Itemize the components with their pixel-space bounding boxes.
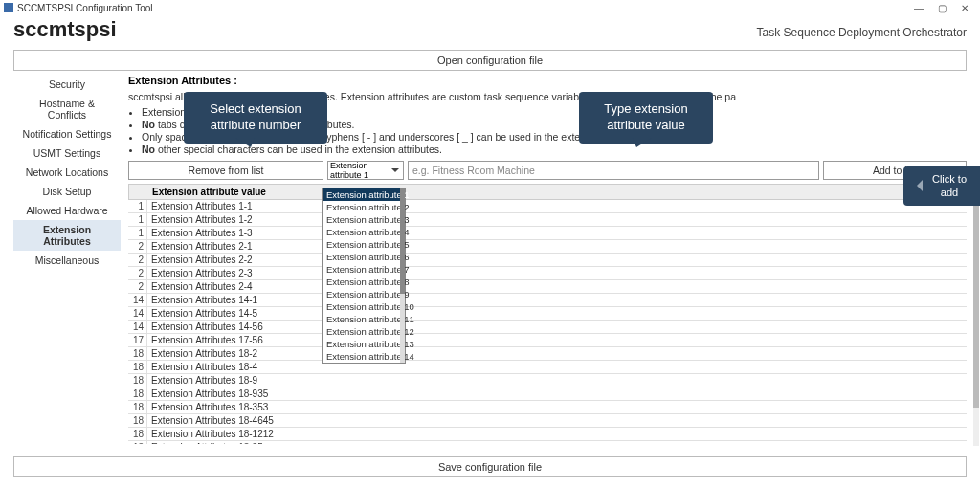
table-row[interactable]: 1Extension Attributes 1-3 xyxy=(128,227,967,240)
table-row[interactable]: 1Extension Attributes 1-2 xyxy=(128,213,967,227)
app-subtitle: Task Sequence Deployment Orchestrator xyxy=(757,26,967,39)
table-row[interactable]: 14Extension Attributes 14-1 xyxy=(128,294,967,307)
dropdown-scrollbar[interactable] xyxy=(400,188,405,363)
titlebar: SCCMTSPSI Configuration Tool — ▢ ✕ xyxy=(0,0,980,15)
dropdown-item[interactable]: Extension attribute 8 xyxy=(323,276,405,288)
sidebar-item[interactable]: Notification Settings xyxy=(13,124,121,144)
open-config-button[interactable]: Open configuration file xyxy=(13,50,967,71)
sidebar: SecurityHostname & ConflictsNotification… xyxy=(13,75,121,444)
dropdown-item[interactable]: Extension attribute 11 xyxy=(323,313,405,325)
sidebar-item[interactable]: Network Locations xyxy=(13,163,121,182)
scrollbar-thumb[interactable] xyxy=(973,188,979,408)
table-row[interactable]: 18Extension Attributes 18-1212 xyxy=(128,428,967,441)
table-row[interactable]: 18Extension Attributes 18-4645 xyxy=(128,414,967,428)
callout-select: Select extension attribute number xyxy=(184,92,327,144)
sidebar-item[interactable]: Disk Setup xyxy=(13,182,121,201)
table-row[interactable]: 17Extension Attributes 17-56 xyxy=(128,334,967,347)
callout-type: Type extension attribute value xyxy=(579,92,713,144)
minimize-button[interactable]: — xyxy=(907,3,930,13)
dropdown-item[interactable]: Extension attribute 10 xyxy=(323,300,405,313)
sidebar-item[interactable]: Security xyxy=(13,75,121,94)
window-title: SCCMTSPSI Configuration Tool xyxy=(17,3,153,13)
table-row[interactable]: 2Extension Attributes 2-4 xyxy=(128,280,967,294)
col-header-num xyxy=(129,185,148,199)
attribute-dropdown[interactable]: Extension attribute 1Extension attribute… xyxy=(322,188,406,364)
table-row[interactable]: 2Extension Attributes 2-1 xyxy=(128,240,967,254)
dropdown-item[interactable]: Extension attribute 5 xyxy=(323,238,405,251)
rule-item: No other special characters can be used … xyxy=(142,144,967,155)
dropdown-item[interactable]: Extension attribute 9 xyxy=(323,288,405,300)
maximize-button[interactable]: ▢ xyxy=(930,3,953,13)
table-row[interactable]: 18Extension Attributes 18-2 xyxy=(128,347,967,361)
dropdown-item[interactable]: Extension attribute 7 xyxy=(323,263,405,276)
table-row[interactable]: 18Extension Attributes 18-353 xyxy=(128,401,967,414)
table-row[interactable]: 18Extension Attributes 18-4 xyxy=(128,361,967,374)
close-button[interactable]: ✕ xyxy=(953,3,976,13)
dropdown-item[interactable]: Extension attribute 14 xyxy=(323,350,405,363)
sidebar-item[interactable]: Miscellaneous xyxy=(13,251,121,270)
table-row[interactable]: 18Extension Attributes 18-9 xyxy=(128,374,967,387)
sidebar-item[interactable]: Hostname & Conflicts xyxy=(13,94,121,124)
app-icon xyxy=(4,3,13,12)
dropdown-item[interactable]: Extension attribute 6 xyxy=(323,251,405,263)
dropdown-item[interactable]: Extension attribute 1 xyxy=(323,188,405,201)
dropdown-item[interactable]: Extension attribute 13 xyxy=(323,338,405,350)
table-row[interactable]: 14Extension Attributes 14-56 xyxy=(128,321,967,334)
sidebar-item[interactable]: Allowed Hardware xyxy=(13,201,121,220)
table-row[interactable]: 18Extension Attributes 18-35 xyxy=(128,441,967,444)
table-row[interactable]: 1Extension Attributes 1-1 xyxy=(128,200,967,213)
table-row[interactable]: 14Extension Attributes 14-5 xyxy=(128,307,967,321)
attributes-table: Extension attribute value 1Extension Att… xyxy=(128,184,967,444)
callout-add: Click to add xyxy=(903,166,980,206)
table-row[interactable]: 2Extension Attributes 2-3 xyxy=(128,267,967,280)
app-title: sccmtspsi xyxy=(13,17,117,42)
sidebar-item[interactable]: Extension Attributes xyxy=(13,220,121,251)
header: sccmtspsi Task Sequence Deployment Orche… xyxy=(0,15,980,46)
save-config-button[interactable]: Save configuration file xyxy=(13,456,967,477)
col-header-value: Extension attribute value xyxy=(148,185,966,199)
remove-button[interactable]: Remove from list xyxy=(128,161,323,180)
scrollbar[interactable] xyxy=(973,188,979,446)
sidebar-item[interactable]: USMT Settings xyxy=(13,144,121,163)
section-heading: Extension Attributes : xyxy=(128,75,967,86)
dropdown-item[interactable]: Extension attribute 3 xyxy=(323,213,405,226)
arrow-left-icon xyxy=(911,180,923,191)
table-row[interactable]: 18Extension Attributes 18-935 xyxy=(128,387,967,401)
table-row[interactable]: 2Extension Attributes 2-2 xyxy=(128,254,967,267)
dropdown-item[interactable]: Extension attribute 4 xyxy=(323,226,405,238)
dropdown-item[interactable]: Extension attribute 12 xyxy=(323,325,405,338)
controls-row: Remove from list Extension attribute 1 e… xyxy=(128,161,967,180)
attribute-value-input[interactable]: e.g. Fitness Room Machine xyxy=(408,161,819,180)
dropdown-item[interactable]: Extension attribute 2 xyxy=(323,201,405,213)
attribute-select[interactable]: Extension attribute 1 xyxy=(327,161,404,180)
